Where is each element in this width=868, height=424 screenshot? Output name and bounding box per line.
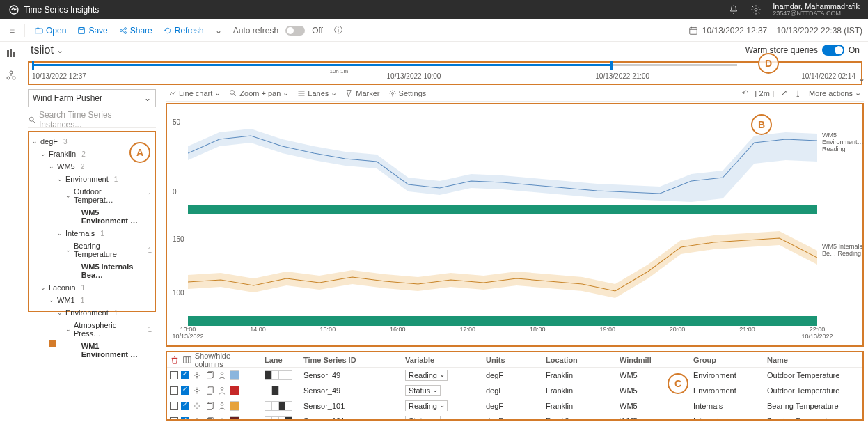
tree-node[interactable]: ⌄Environment1	[29, 306, 155, 319]
row-visible-checkbox[interactable]	[181, 371, 189, 379]
time-slider[interactable]: 10h 1m	[32, 64, 737, 66]
tree-node[interactable]: ⌄Outdoor Temperat…1	[29, 185, 155, 206]
copy-icon[interactable]	[205, 401, 214, 411]
series-label-2: WM5 Internals Be… Reading	[822, 244, 864, 258]
chart-pane-1[interactable]: 50 0	[188, 111, 817, 202]
row-select-checkbox[interactable]	[170, 371, 178, 379]
lane-selector[interactable]	[265, 386, 292, 395]
more-actions-button[interactable]: More actions⌄	[809, 88, 861, 97]
share-button[interactable]: Share	[115, 23, 157, 38]
table-row[interactable]: Sensor_101 Status degF Franklin WM5 Inte…	[167, 414, 862, 421]
variable-select[interactable]: Reading	[405, 400, 448, 411]
gear-icon[interactable]	[192, 401, 202, 411]
time-tick-end: 10/14/2022 02:14	[801, 72, 855, 80]
copy-icon[interactable]	[205, 370, 214, 380]
color-chip[interactable]	[230, 401, 239, 411]
table-row[interactable]: Sensor_49 Reading degF Franklin WM5 Envi…	[167, 368, 862, 383]
gear-icon[interactable]	[192, 386, 202, 395]
environment-name[interactable]: tsiiot	[31, 44, 54, 56]
columns-icon[interactable]	[182, 355, 192, 365]
series-label-1: WM5 Environment… Reading	[822, 132, 864, 153]
chart-pane-2[interactable]: 150 100	[188, 223, 817, 313]
refresh-button[interactable]: Refresh	[159, 23, 208, 38]
svg-rect-18	[184, 356, 191, 363]
time-tick-mid2: 10/13/2022 21:00	[595, 72, 649, 80]
tree-node[interactable]: WM5 Internals Bea…	[29, 260, 155, 281]
download-icon[interactable]: ⭳	[794, 88, 802, 97]
calendar-icon[interactable]	[688, 26, 698, 36]
lane-selector[interactable]	[265, 401, 292, 411]
color-chip[interactable]	[230, 370, 239, 380]
tree-node[interactable]: WM1 Environment …	[29, 340, 155, 361]
tree-node[interactable]: WM5 Environment …	[29, 206, 155, 227]
env-dropdown-icon[interactable]: ⌄	[56, 45, 63, 55]
copy-icon[interactable]	[205, 416, 214, 421]
timeline-expand-icon[interactable]: ⌄	[858, 74, 865, 84]
connect-icon[interactable]: ⤢	[781, 88, 787, 97]
warm-store-toggle[interactable]	[822, 45, 844, 56]
person-icon[interactable]	[217, 370, 227, 380]
gear-icon[interactable]	[192, 416, 202, 421]
chart-type-button[interactable]: Line chart⌄	[168, 88, 221, 97]
row-select-checkbox[interactable]	[170, 386, 178, 395]
model-icon[interactable]	[6, 70, 17, 81]
color-chip[interactable]	[230, 386, 239, 395]
svg-point-1	[755, 8, 757, 11]
lane-selector[interactable]	[265, 416, 292, 421]
well-table: C Show/hide columns Lane Time Series ID …	[166, 351, 864, 421]
copy-icon[interactable]	[205, 386, 214, 395]
hamburger-icon[interactable]: ≡	[6, 23, 19, 38]
variable-select[interactable]: Status	[405, 416, 441, 421]
user-account[interactable]: Inamdar, Mahammadrafik 23547@NTTDATA.COM	[773, 2, 860, 17]
search-input[interactable]: Search Time Series Instances...	[28, 111, 156, 128]
explorer-icon[interactable]	[6, 47, 17, 58]
undo-icon[interactable]: ↶	[742, 88, 748, 97]
save-button[interactable]: Save	[73, 23, 111, 38]
lanes-button[interactable]: Lanes⌄	[297, 88, 337, 97]
row-visible-checkbox[interactable]	[181, 386, 189, 395]
gear-icon[interactable]	[750, 4, 762, 15]
hierarchy-select[interactable]: Wind Farm Pusher⌄	[28, 89, 156, 107]
x-tick: 15:00	[320, 326, 336, 333]
tree-node[interactable]: ⌄Atmospheric Press…1	[29, 319, 155, 340]
row-visible-checkbox[interactable]	[181, 417, 189, 421]
svg-rect-8	[690, 27, 697, 34]
x-tick: 19:00	[599, 326, 615, 333]
gear-icon[interactable]	[192, 370, 202, 380]
tree-node[interactable]: ⌄Laconia1	[29, 281, 155, 294]
chart-settings-button[interactable]: Settings	[388, 89, 427, 97]
table-row[interactable]: Sensor_101 Reading degF Franklin WM5 Int…	[167, 398, 862, 414]
row-select-checkbox[interactable]	[170, 417, 178, 421]
open-button[interactable]: Open	[31, 23, 70, 38]
refresh-dropdown-icon[interactable]: ⌄	[211, 23, 226, 38]
interval-label[interactable]: [ 2m ]	[755, 88, 775, 97]
chart-toolbar: Line chart⌄ Zoom + pan⌄ Lanes⌄ Marker Se…	[166, 85, 864, 102]
span-label: 10h 1m	[328, 68, 349, 74]
auto-refresh-toggle[interactable]	[285, 26, 305, 36]
tree-container: A ⌄degF3⌄Franklin2⌄WM52⌄Environment1⌄Out…	[28, 131, 156, 312]
bell-icon[interactable]	[728, 4, 739, 15]
variable-select[interactable]: Reading	[405, 370, 448, 381]
svg-point-16	[230, 90, 235, 94]
person-icon[interactable]	[217, 416, 227, 421]
trash-icon[interactable]	[170, 355, 180, 365]
person-icon[interactable]	[217, 401, 227, 411]
person-icon[interactable]	[217, 386, 227, 395]
nav-rail	[0, 42, 22, 424]
annotation-C: C	[668, 373, 688, 394]
variable-select[interactable]: Status	[405, 385, 441, 396]
zoom-button[interactable]: Zoom + pan⌄	[229, 88, 289, 97]
tree-node[interactable]: ⌄WM11	[29, 294, 155, 306]
row-visible-checkbox[interactable]	[181, 402, 189, 410]
color-chip[interactable]	[230, 416, 239, 421]
info-icon[interactable]: ⓘ	[330, 22, 347, 39]
table-row[interactable]: Sensor_49 Status degF Franklin WM5 Envir…	[167, 383, 862, 398]
row-select-checkbox[interactable]	[170, 402, 178, 410]
lane-selector[interactable]	[265, 370, 292, 380]
tree-node[interactable]: ⌄Bearing Temperature1	[29, 240, 155, 260]
time-range-label[interactable]: 10/13/2022 12:37 – 10/13/2022 22:38 (IST…	[702, 26, 862, 36]
tree-node[interactable]: ⌄Environment1	[29, 173, 155, 185]
tree-node[interactable]: ⌄Internals1	[29, 227, 155, 240]
marker-button[interactable]: Marker	[345, 89, 379, 97]
availability-bar-2	[188, 316, 817, 326]
